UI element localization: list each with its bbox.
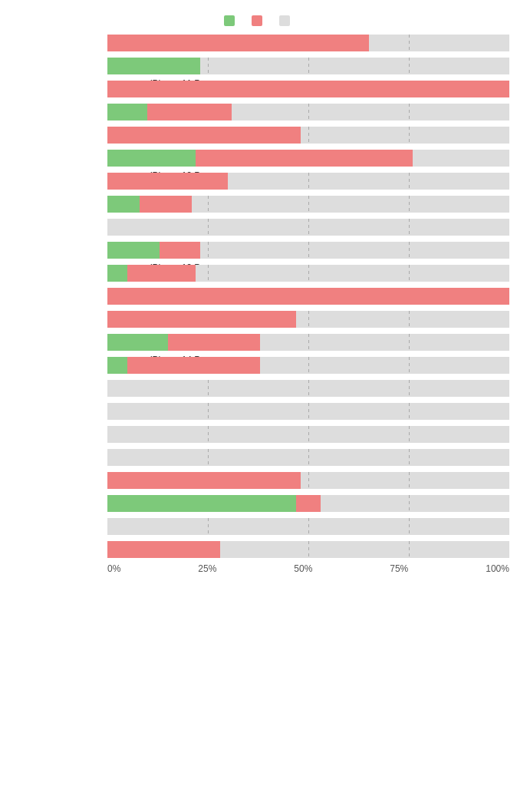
bar-row: iPhone SE 第3代 xyxy=(107,447,509,468)
bar-row: iPhone XR xyxy=(107,493,509,514)
bar-track xyxy=(107,196,509,213)
bar-row: iPhone SE 第2代 xyxy=(107,424,509,445)
grid-line xyxy=(308,104,309,120)
bar-segment-pink xyxy=(107,81,509,97)
grid-line xyxy=(409,357,410,374)
grid-line xyxy=(308,173,309,190)
grid-line xyxy=(208,219,209,236)
bar-row: iPhone XS Max xyxy=(107,539,509,560)
bar-segment-pink xyxy=(296,495,320,512)
legend-dot-none xyxy=(279,15,290,26)
bar-row: iPhone 12 Pro Max xyxy=(107,170,509,192)
grid-line xyxy=(409,196,410,213)
bar-track xyxy=(107,288,509,305)
bar-row: iPhone 13 Pro Max xyxy=(107,262,509,284)
bar-segment-green xyxy=(107,104,147,120)
bar-track xyxy=(107,495,509,512)
grid-line xyxy=(308,58,309,74)
legend-item-none xyxy=(279,15,293,26)
bar-track xyxy=(107,58,509,74)
bar-segment-pink xyxy=(107,35,369,51)
bar-segment-pink xyxy=(140,196,192,213)
bar-row: iPhone 12 xyxy=(107,101,509,123)
grid-line xyxy=(208,403,209,420)
grid-line xyxy=(409,127,410,144)
bar-track xyxy=(107,472,509,489)
grid-line xyxy=(208,242,209,259)
grid-line xyxy=(308,472,309,489)
bar-row: iPhone 13 Pro xyxy=(107,239,509,261)
grid-line xyxy=(308,219,309,236)
bar-row: iPhone 12 mini xyxy=(107,124,509,146)
grid-line xyxy=(308,357,309,374)
grid-line xyxy=(409,449,410,466)
bar-segment-green xyxy=(107,242,160,259)
bar-track xyxy=(107,449,509,466)
bar-row: iPhone 8 xyxy=(107,378,509,399)
bar-row: iPhone 14 Pro xyxy=(107,332,509,353)
grid-line xyxy=(208,380,209,397)
grid-line xyxy=(409,495,410,512)
grid-line xyxy=(208,426,209,443)
grid-line xyxy=(409,58,410,74)
grid-line xyxy=(308,541,309,558)
grid-line xyxy=(308,311,309,328)
bar-track xyxy=(107,35,509,51)
grid-line xyxy=(409,472,410,489)
bar-segment-pink xyxy=(147,104,232,120)
bar-track xyxy=(107,219,509,236)
grid-line xyxy=(308,403,309,420)
x-label-25: 25% xyxy=(198,563,216,574)
bar-segment-pink xyxy=(107,472,301,489)
bar-row: iPhone 13 xyxy=(107,193,509,215)
bar-row: iPhone 8 Plus xyxy=(107,401,509,422)
bar-segment-pink xyxy=(107,173,228,190)
bar-track xyxy=(107,242,509,259)
x-label-0: 0% xyxy=(107,563,120,574)
grid-line xyxy=(409,518,410,535)
x-label-100: 100% xyxy=(486,563,509,574)
grid-line xyxy=(308,334,309,351)
bar-track xyxy=(107,541,509,558)
bar-segment-green xyxy=(107,357,127,374)
legend-item-drain xyxy=(252,15,265,26)
bar-segment-pink xyxy=(196,150,413,167)
bar-row: iPhone 11 Pro xyxy=(107,55,509,77)
bar-row: iPhone 14 xyxy=(107,286,509,307)
bar-segment-pink xyxy=(127,265,196,282)
bar-row: iPhone 13 mini xyxy=(107,216,509,238)
x-label-50: 50% xyxy=(294,563,312,574)
grid-line xyxy=(409,311,410,328)
bar-segment-green xyxy=(107,196,140,213)
grid-line xyxy=(208,196,209,213)
legend xyxy=(0,15,517,26)
x-axis: 0% 25% 50% 75% 100% xyxy=(107,563,509,574)
bar-segment-green xyxy=(107,150,196,167)
legend-item-save xyxy=(224,15,238,26)
grid-line xyxy=(409,403,410,420)
grid-line xyxy=(308,380,309,397)
bar-segment-pink xyxy=(107,127,301,144)
chart-area: iPhone 11iPhone 11 ProiPhone 11 Pro Maxi… xyxy=(0,32,517,560)
bar-segment-pink xyxy=(160,242,199,259)
bar-segment-green xyxy=(107,58,200,74)
grid-line xyxy=(308,196,309,213)
bar-segment-pink xyxy=(168,334,261,351)
bar-track xyxy=(107,311,509,328)
grid-line xyxy=(409,35,410,51)
bar-row: iPhone 14 Pro Max xyxy=(107,355,509,376)
bar-row: iPhone X xyxy=(107,470,509,491)
bar-row: iPhone 11 xyxy=(107,32,509,54)
bar-track xyxy=(107,265,509,282)
grid-line xyxy=(308,518,309,535)
grid-line xyxy=(409,242,410,259)
bar-segment-green xyxy=(107,334,168,351)
grid-line xyxy=(308,127,309,144)
grid-line xyxy=(409,265,410,282)
bar-track xyxy=(107,357,509,374)
grid-line xyxy=(308,242,309,259)
grid-line xyxy=(308,426,309,443)
bar-segment-green xyxy=(107,265,127,282)
grid-line xyxy=(409,541,410,558)
grid-line xyxy=(409,173,410,190)
